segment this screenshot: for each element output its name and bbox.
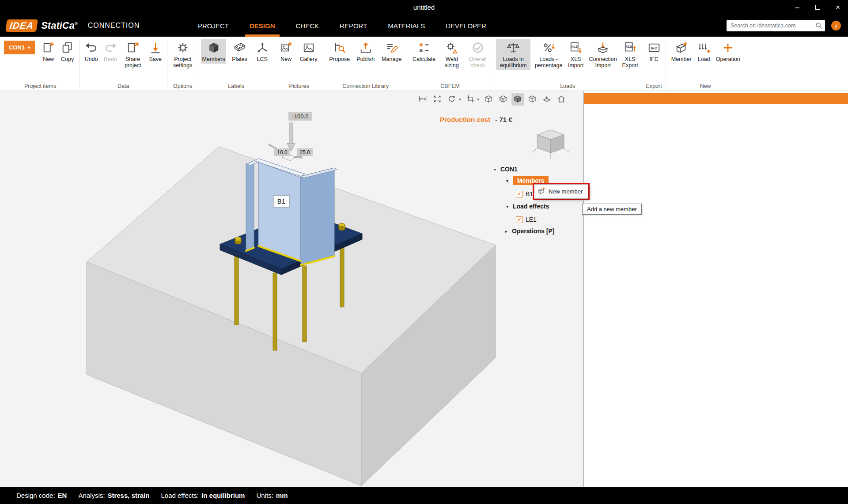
zoom-fit-button[interactable] [431,93,443,106]
group-label-cbfem: CBFEM [408,83,492,89]
manage-button[interactable]: Manage [379,39,404,64]
ribbon-separator [642,40,642,88]
load-labels: -100.0 10.0 25.0 [274,112,313,156]
new-picture-icon [279,41,293,55]
search-input[interactable] [727,20,825,31]
connection-selector[interactable]: CON1 ▾ [4,41,35,54]
tree-label-con1: CON1 [500,166,518,173]
tree-node-operations[interactable]: ▸ Operations [P] [505,226,554,236]
share-project-icon [126,41,140,55]
tree-node-b1[interactable]: ✔ B1 [516,189,533,199]
copy-button[interactable]: Copy [58,39,76,64]
3d-viewport[interactable]: -100.0 10.0 25.0 B1 [0,91,583,487]
menu-report[interactable]: REPORT [340,15,367,37]
new-member-button[interactable]: Member [669,39,694,64]
checkbox-checked[interactable]: ✔ [516,191,522,197]
menu-project[interactable]: PROJECT [198,15,229,37]
tree-label-operations: Operations [P] [512,227,554,235]
collapse-caret-icon[interactable]: ▸ [505,229,512,234]
context-menu-new-member[interactable]: New member [534,184,588,199]
expand-caret-icon[interactable]: ▾ [494,167,500,172]
annotation-highlight: New member [533,183,590,200]
menu-materials[interactable]: MATERIALS [388,15,425,37]
connection-import-button[interactable]: Connection Import [586,39,620,70]
context-menu-label: New member [549,188,583,195]
maximize-button[interactable] [807,0,828,15]
view-shaded-button[interactable] [497,93,509,106]
checkbox-checked[interactable]: ✔ [516,216,522,223]
home-icon [557,95,566,105]
save-button[interactable]: Save [146,39,164,64]
new-project-item-button[interactable]: New [39,39,57,64]
tree-node-con1[interactable]: ▾ CON1 [494,164,518,174]
plates-labels-button[interactable]: Plates [227,39,252,64]
publish-button[interactable]: Publish [353,39,378,64]
undo-button[interactable]: Undo [82,39,100,64]
connection-import-icon [596,41,610,55]
members-labels-button[interactable]: Members [201,39,226,64]
info-button[interactable]: i [831,21,841,30]
weld-sizing-button[interactable]: Weld sizing [439,39,464,70]
section-plane-button[interactable] [541,93,553,106]
xls-import-button[interactable]: XLS XLS Import [567,39,585,70]
ribbon-separator [407,40,407,88]
close-button[interactable]: × [828,0,848,15]
gallery-button[interactable]: Gallery [296,39,321,64]
menu-design[interactable]: DESIGN [250,15,275,37]
chevron-down-icon[interactable]: ▾ [477,97,480,102]
overall-check-button[interactable]: Overall check [465,39,490,70]
rotate-view-button[interactable] [446,93,458,106]
idea-logo: IDEA [5,19,38,32]
rotate-view-icon [447,95,456,105]
clipping-button[interactable] [464,93,477,106]
ribbon-separator [274,40,274,88]
ribbon-group-export: IFC IFC Export [643,38,665,91]
chevron-down-icon: ▾ [28,45,30,50]
tree-label-b1: B1 [526,190,533,197]
expand-caret-icon[interactable]: ▾ [506,178,513,183]
orientation-cube[interactable] [532,130,569,159]
property-panel [584,91,848,487]
xls-export-button[interactable]: XLS XLS Export [621,39,639,70]
view-wireframe-button[interactable] [482,93,495,106]
redo-button[interactable]: Redo [101,39,119,64]
calculate-button[interactable]: Calculate [410,39,438,64]
view-solid-button[interactable] [511,93,524,106]
new-operation-button[interactable]: Operation [714,39,742,64]
home-view-button[interactable] [555,93,568,106]
loads-percentage-button[interactable]: Loads - percentage [531,39,566,70]
property-panel-header [584,93,848,104]
new-load-button[interactable]: Load [695,39,713,64]
new-picture-button[interactable]: New [277,39,295,64]
measure-button[interactable] [416,93,429,106]
lcs-labels-button[interactable]: LCS [253,39,271,64]
close-icon: × [836,3,840,12]
svg-text:XLS: XLS [625,45,632,49]
tree-node-load-effects[interactable]: ▾ Load effects [506,201,549,211]
tooltip: Add a new member [582,204,642,215]
transparent-cube-icon [528,95,537,105]
weld-gear-icon [445,41,459,55]
minimize-button[interactable]: – [787,0,807,15]
project-settings-button[interactable]: Project settings [170,39,195,70]
xls-export-icon: XLS [623,41,637,55]
ifc-export-button[interactable]: IFC IFC [645,39,663,64]
tree-node-le1[interactable]: ✔ LE1 [516,215,537,224]
axes-icon [255,41,269,55]
chevron-down-icon[interactable]: ▾ [459,97,461,102]
undo-icon [84,41,98,55]
gear-icon [176,41,190,55]
ribbon-group-loads: Loads in equilibrium Loads - percentage … [494,38,641,91]
expand-caret-icon[interactable]: ▾ [506,204,513,209]
propose-button[interactable]: Propose [327,39,352,64]
menu-check[interactable]: CHECK [296,15,319,37]
share-project-button[interactable]: Share project [120,39,145,70]
ribbon-group-project-items: CON1 ▾ New Copy Project items [2,38,79,91]
clipping-icon [466,95,475,105]
menu-developer[interactable]: DEVELOPER [446,15,486,37]
maximize-icon [815,5,820,10]
loads-in-equilibrium-button[interactable]: Loads in equilibrium [496,39,530,70]
production-cost: Production cost - 71 € [440,116,512,123]
ifc-icon: IFC [647,41,661,55]
view-transparent-button[interactable] [526,93,538,106]
